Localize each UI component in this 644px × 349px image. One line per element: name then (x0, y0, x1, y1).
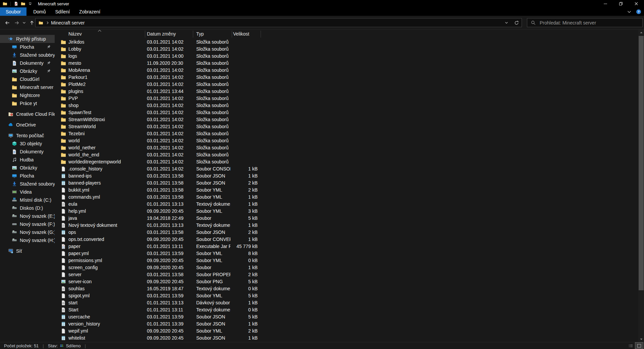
breadcrumb-chevron-icon[interactable] (46, 21, 50, 25)
file-row-worldeditregentempworld[interactable]: worldeditregentempworld03.01.2021 14:02S… (55, 158, 638, 165)
sidebar-item-prace-yt[interactable]: Práce yt (0, 99, 55, 107)
file-row-java[interactable]: java19.04.2018 22:49Soubor5 kB (55, 214, 638, 221)
file-row-world-the-end[interactable]: world_the_end03.01.2021 14:02Složka soub… (55, 151, 638, 158)
sidebar-item-creative-cloud-files[interactable]: Creative Cloud Files (0, 110, 55, 118)
restore-button[interactable] (613, 0, 629, 7)
file-row-eula[interactable]: eula01.01.2021 13:13Textový dokument1 kB (55, 200, 638, 207)
file-row-world[interactable]: world03.01.2021 14:02Složka souborů (55, 137, 638, 144)
file-row-console-history[interactable]: .console_history03.01.2021 14:02Soubor C… (55, 165, 638, 172)
sidebar-item-diskos-d[interactable]: Diskos (D:) (0, 204, 55, 212)
customize-qat-chevron-icon[interactable] (28, 1, 33, 6)
sidebar-item-dokumenty[interactable]: Dokumenty (0, 59, 55, 67)
file-row-spawntest[interactable]: SpawnTest03.01.2021 14:02Složka souborů (55, 109, 638, 116)
minimize-button[interactable] (598, 0, 613, 7)
sidebar-item-stazene-soubory[interactable]: Stažené soubory (0, 51, 55, 59)
file-row-lobby[interactable]: Lobby03.01.2021 14:02Složka souborů (55, 45, 638, 52)
thumbnail-view-button[interactable] (635, 343, 643, 349)
back-button[interactable] (3, 18, 12, 27)
vertical-scrollbar[interactable] (638, 30, 644, 342)
column-divider[interactable] (145, 31, 145, 38)
refresh-button[interactable] (512, 18, 522, 27)
file-row-logs[interactable]: logs03.01.2021 14:00Složka souborů (55, 52, 638, 59)
file-row-mesto[interactable]: mesto11.09.2020 20:30Složka souborů (55, 59, 638, 66)
file-row-version-history[interactable]: version_history01.01.2021 13:39Soubor JS… (55, 320, 638, 327)
file-row-streamworld[interactable]: StreamWorld03.01.2021 14:02Složka soubor… (55, 123, 638, 130)
sidebar-item-sit[interactable]: Síť (0, 247, 55, 255)
sidebar-item-mistni-disk-c[interactable]: Místní disk (C:) (0, 196, 55, 204)
file-row-world-nether[interactable]: world_nether03.01.2021 14:02Složka soubo… (55, 144, 638, 151)
file-row-shop[interactable]: shop03.01.2021 14:02Složka souborů (55, 102, 638, 109)
address-bar[interactable]: Minecraft server (35, 18, 522, 27)
search-input[interactable] (539, 20, 639, 26)
file-row-plotme2[interactable]: PlotMe203.01.2021 14:02Složka souborů (55, 81, 638, 88)
sidebar-item-3d-objekty[interactable]: 3D objekty (0, 140, 55, 148)
ribbon-expand-chevron-icon[interactable] (627, 9, 632, 14)
file-row-banned-players[interactable]: banned-players03.01.2021 13:58Soubor JSO… (55, 179, 638, 186)
breadcrumb[interactable]: Minecraft server (51, 20, 85, 26)
file-row-jirikdos[interactable]: Jirikdos03.01.2021 14:02Složka souborů (55, 38, 638, 45)
column-divider[interactable] (261, 31, 261, 38)
file-row-pvp[interactable]: PVP03.01.2021 14:02Složka souborů (55, 95, 638, 102)
file-row-paper-yml[interactable]: paper.yml03.01.2021 13:59Soubor YML8 kB (55, 250, 638, 257)
properties-icon[interactable] (14, 1, 18, 6)
search-box[interactable] (527, 18, 643, 27)
file-row-souhlas[interactable]: souhlas16.05.2019 18:47Textový dokument0… (55, 285, 638, 292)
sidebar-item-novy-svazek-g[interactable]: Nový svazek (G:) (0, 228, 55, 236)
file-row-commands-yml[interactable]: commands.yml03.01.2021 13:58Soubor YML1 … (55, 193, 638, 200)
sidebar-item-tento-pocitac[interactable]: Tento počítač (0, 132, 55, 140)
tab-soubor[interactable]: Soubor (0, 7, 26, 16)
close-button[interactable] (629, 0, 644, 7)
sidebar-item-plocha[interactable]: Plocha (0, 43, 55, 51)
file-row-mobarena[interactable]: MobArena03.01.2021 14:02Složka souborů (55, 66, 638, 73)
file-row-start[interactable]: start01.01.2021 13:13Dávkový soubor s...… (55, 299, 638, 306)
file-row-tezebni[interactable]: Tezebni03.01.2021 14:02Složka souborů (55, 130, 638, 137)
column-header-velikost[interactable]: Velikost (233, 31, 249, 37)
sidebar-item-novy-svazek-h[interactable]: Nový svazek (H:) (0, 236, 55, 244)
sidebar-item-obrazky[interactable]: Obrázky (0, 67, 55, 75)
tab-domu[interactable]: Domů (29, 7, 50, 16)
file-row-wepif-yml[interactable]: wepif.yml09.09.2020 20:45Soubor YML2 kB (55, 327, 638, 334)
file-row-ops[interactable]: ops03.01.2021 13:58Soubor JSON2 kB (55, 229, 638, 236)
forward-button[interactable] (12, 18, 21, 27)
file-row-novy-textovy-dokument[interactable]: Nový textový dokument01.01.2021 13:13Tex… (55, 221, 638, 229)
file-row-spigot-yml[interactable]: spigot.yml03.01.2021 13:59Soubor YML5 kB (55, 292, 638, 299)
file-row-plugins[interactable]: plugins01.01.2021 13:44Složka souborů (55, 88, 638, 95)
sidebar-item-onedrive[interactable]: OneDrive (0, 121, 55, 129)
file-row-server-icon[interactable]: server-icon09.09.2020 20:45Soubor PNG5 k… (55, 278, 638, 285)
sidebar-item-cloudgirl[interactable]: CloudGirl (0, 75, 55, 83)
sidebar-item-dokumenty[interactable]: Dokumenty (0, 148, 55, 156)
details-view-button[interactable] (627, 343, 635, 349)
sidebar-item-stazene-soubory[interactable]: Stažené soubory (0, 180, 55, 188)
file-row-whitelist[interactable]: whitelist09.09.2020 20:45Soubor JSON1 kB (55, 334, 638, 341)
sidebar-item-nightcore[interactable]: Nightcore (0, 91, 55, 99)
file-row-banned-ips[interactable]: banned-ips03.01.2021 13:58Soubor JSON1 k… (55, 172, 638, 179)
column-header-datum-zmeny[interactable]: Datum změny (147, 31, 176, 37)
column-divider[interactable] (232, 31, 232, 38)
file-row-bukkit-yml[interactable]: bukkit.yml03.01.2021 13:58Soubor YML2 kB (55, 186, 638, 193)
sidebar-item-minecraft-server[interactable]: Minecraft server (0, 83, 55, 91)
file-row-help-yml[interactable]: help.yml09.09.2020 20:45Soubor YML3 kB (55, 207, 638, 214)
file-row-paper[interactable]: paper01.01.2021 13:11Executable Jar File… (55, 243, 638, 250)
sidebar-item-rychly-pristup[interactable]: Rychlý přístup (0, 35, 55, 43)
column-divider[interactable] (193, 31, 193, 38)
column-header-nazev[interactable]: Název (68, 31, 82, 37)
scrollbar-thumb[interactable] (639, 36, 644, 290)
file-row-streamwithstroxi[interactable]: StreamWithStroxi03.01.2021 14:02Složka s… (55, 116, 638, 123)
recent-locations-button[interactable] (21, 18, 27, 27)
file-row-parkour1[interactable]: Parkour103.01.2021 14:02Složka souborů (55, 73, 638, 81)
sidebar-item-videa[interactable]: Videa (0, 188, 55, 196)
file-row-screen-config[interactable]: screen_config09.09.2020 20:45Soubor1 kB (55, 264, 638, 271)
sidebar-item-novy-svazek-f[interactable]: Nový svazek (F:) (0, 220, 55, 228)
sidebar-item-obrazky[interactable]: Obrázky (0, 164, 55, 172)
sidebar-item-novy-svazek-e[interactable]: Nový svazek (E:) (0, 212, 55, 220)
tab-zobrazeni[interactable]: Zobrazení (74, 7, 105, 16)
file-row-permissions-yml[interactable]: permissions.yml09.09.2020 20:45Soubor YM… (55, 257, 638, 264)
scrollbar-up-arrow[interactable] (638, 30, 644, 35)
file-row-start[interactable]: Start01.01.2021 13:11Textový dokument0 k… (55, 306, 638, 313)
sidebar-item-plocha[interactable]: Plocha (0, 172, 55, 180)
file-row-usercache[interactable]: usercache03.01.2021 13:59Soubor JSON5 kB (55, 313, 638, 320)
file-row-ops-txt-converted[interactable]: ops.txt.converted09.09.2020 20:45Soubor … (55, 236, 638, 243)
column-header-typ[interactable]: Typ (196, 31, 204, 37)
help-icon[interactable]: ? (636, 9, 641, 14)
file-row-server[interactable]: server03.01.2021 13:58Soubor PROPERTIES2… (55, 271, 638, 278)
